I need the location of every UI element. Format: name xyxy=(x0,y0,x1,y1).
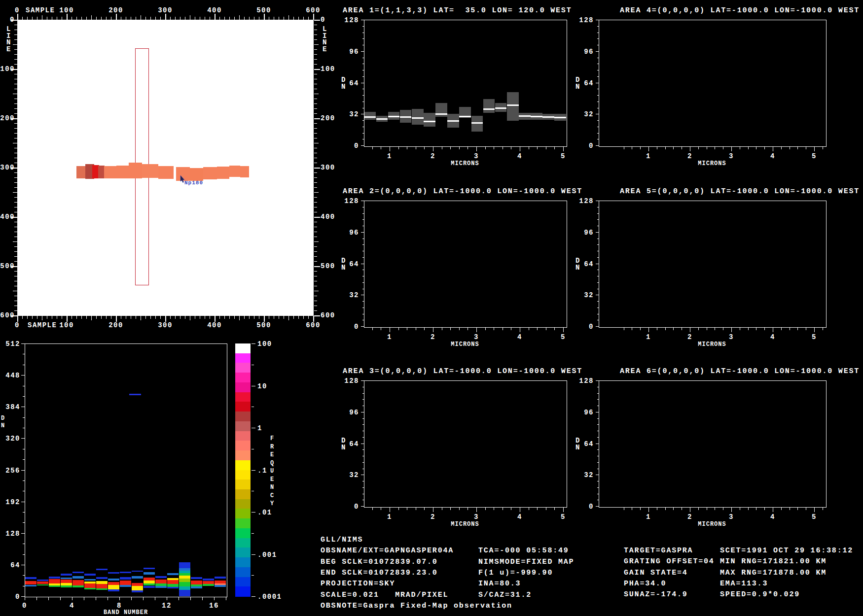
plot-frame xyxy=(364,380,567,508)
hist-y-minor-tick xyxy=(23,417,25,418)
colorbar-segment xyxy=(235,557,251,567)
y-tick-label: 64 xyxy=(349,80,359,87)
plot-frame xyxy=(599,201,827,328)
y-tick xyxy=(361,51,364,52)
info-text: SUNAZ=-174.9 xyxy=(624,591,688,598)
hist-x-tick xyxy=(167,597,167,600)
hist-cell xyxy=(108,585,119,589)
hist-y-axis-title: D xyxy=(1,415,5,421)
hist-cell xyxy=(203,581,214,584)
line-axis-title: N xyxy=(6,39,11,46)
x-minor-tick xyxy=(407,327,407,330)
hist-y-tick xyxy=(21,438,25,439)
y-axis-title: N xyxy=(575,83,580,90)
hist-cell xyxy=(84,582,96,583)
hist-cell xyxy=(120,581,131,585)
y-tick-label: 0 xyxy=(589,503,594,510)
x-tick-label: 3 xyxy=(474,153,479,160)
sample-tick-label: 100 xyxy=(59,322,74,329)
hist-cell xyxy=(49,579,60,583)
y-tick xyxy=(596,114,599,114)
x-minor-tick xyxy=(682,507,682,510)
colorbar-segment xyxy=(235,421,251,431)
y-tick-label: 128 xyxy=(344,198,359,205)
hist-x-tick xyxy=(214,597,215,600)
x-minor-tick xyxy=(398,327,399,330)
x-minor-tick xyxy=(823,146,823,149)
spectrum-range-box xyxy=(471,116,483,132)
hist-y-tick xyxy=(21,533,25,534)
x-minor-tick xyxy=(640,146,641,149)
hist-cell xyxy=(49,585,60,587)
info-text: GAIN STATE=4 xyxy=(624,569,688,577)
y-minor-tick xyxy=(597,462,599,463)
y-minor-tick xyxy=(362,494,364,494)
x-minor-tick xyxy=(546,507,546,510)
y-minor-tick xyxy=(362,437,364,438)
hist-cell xyxy=(179,582,190,586)
y-minor-tick xyxy=(597,33,599,33)
area-title: AREA 3=(0,0,0,0) LAT=-1000.0 LON=-1000.0… xyxy=(343,368,582,375)
x-minor-tick xyxy=(398,146,399,149)
x-axis-title: MICRONS xyxy=(698,342,726,347)
hist-cell xyxy=(179,579,190,582)
plot-frame xyxy=(599,20,827,147)
hist-cell xyxy=(25,585,36,586)
hist-cell xyxy=(96,581,108,584)
y-tick xyxy=(361,145,364,146)
x-major-tick xyxy=(433,146,433,151)
colorbar-tick-label: 1 xyxy=(257,425,262,432)
y-tick-label: 32 xyxy=(349,111,359,118)
x-tick-label: 3 xyxy=(729,513,734,520)
x-major-tick xyxy=(648,146,649,151)
sample-tick-label: 200 xyxy=(108,322,123,329)
y-tick xyxy=(361,201,364,201)
hist-cell xyxy=(167,584,179,587)
x-minor-tick xyxy=(781,507,782,510)
colorbar-tick xyxy=(252,428,255,428)
y-minor-tick xyxy=(597,308,599,308)
y-tick-label: 0 xyxy=(589,323,594,330)
line-tick-label: 600 xyxy=(0,312,15,319)
x-minor-tick xyxy=(503,146,503,149)
hist-cell xyxy=(167,580,179,584)
hist-cell xyxy=(215,585,226,587)
info-text: OBSNAME/EXT=GAPNGASPER04A xyxy=(321,547,454,554)
hist-y-tick-label: 64 xyxy=(10,562,20,569)
y-tick xyxy=(361,114,364,114)
hist-cell xyxy=(215,581,226,583)
y-minor-tick xyxy=(362,500,364,500)
sample-tick-label: 600 xyxy=(306,7,321,14)
x-minor-tick xyxy=(790,146,790,149)
x-minor-tick xyxy=(781,146,782,149)
x-minor-tick xyxy=(381,146,381,149)
x-minor-tick xyxy=(682,146,682,149)
x-minor-tick xyxy=(450,146,451,149)
y-minor-tick xyxy=(597,481,599,481)
y-tick xyxy=(361,295,364,295)
y-tick xyxy=(596,51,599,52)
y-tick xyxy=(361,380,364,381)
x-minor-tick xyxy=(467,327,468,330)
x-minor-tick xyxy=(494,327,494,330)
hist-x-tick xyxy=(131,597,132,600)
y-minor-tick xyxy=(362,139,364,139)
x-minor-tick xyxy=(790,507,790,510)
x-minor-tick xyxy=(640,507,641,510)
hist-y-tick-label: 512 xyxy=(5,341,20,347)
hist-y-tick xyxy=(21,502,25,502)
y-minor-tick xyxy=(362,127,364,127)
info-text: SCALE=0.021 MRAD/PIXEL xyxy=(321,591,448,599)
y-tick xyxy=(596,380,599,381)
x-tick-label: 5 xyxy=(812,334,817,341)
x-major-tick xyxy=(648,327,649,332)
y-minor-tick xyxy=(362,95,364,96)
colorbar-segment xyxy=(235,538,251,548)
hist-cell xyxy=(49,583,60,585)
footprint-patch xyxy=(158,166,174,179)
y-minor-tick xyxy=(362,102,364,102)
x-minor-tick xyxy=(424,507,425,510)
y-minor-tick xyxy=(362,38,364,39)
y-tick-label: 128 xyxy=(344,377,359,384)
hist-y-tick xyxy=(21,375,25,376)
